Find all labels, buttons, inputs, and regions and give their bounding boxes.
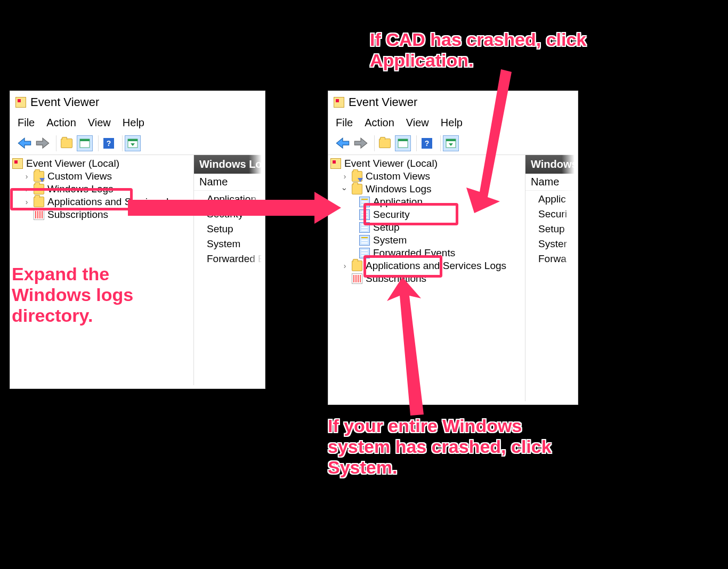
svg-marker-22 <box>387 277 424 416</box>
properties-button[interactable] <box>395 135 411 151</box>
svg-rect-3 <box>80 139 90 141</box>
title-bar: Event Viewer <box>10 91 265 113</box>
svg-rect-7 <box>128 139 137 141</box>
help-button[interactable]: ? <box>419 135 435 151</box>
list-pane: Windows L Name Applic Securi Setup Syste… <box>525 155 578 401</box>
caret-down-icon: › <box>341 185 349 193</box>
folder-filter-icon <box>34 171 44 182</box>
tree-log-application-label: Application <box>373 196 423 208</box>
tree-root[interactable]: Event Viewer (Local) <box>11 157 192 170</box>
folder-icon <box>34 197 44 207</box>
arrow-left-to-right <box>128 186 336 229</box>
svg-marker-10 <box>354 139 367 149</box>
tree-root-label: Event Viewer (Local) <box>26 158 119 169</box>
menu-bar: File Action View Help <box>10 113 265 134</box>
folder-filter-icon <box>352 171 362 182</box>
annotation-expand: Expand the Windows logs directory. <box>12 264 193 326</box>
tree-log-setup[interactable]: Setup <box>329 221 524 234</box>
tree-log-setup-label: Setup <box>373 222 400 233</box>
back-button[interactable] <box>335 135 351 151</box>
event-viewer-icon <box>330 158 341 169</box>
subscriptions-icon <box>34 209 44 220</box>
folder-icon <box>352 261 362 271</box>
svg-text:?: ? <box>425 139 430 148</box>
app-title: Event Viewer <box>30 95 99 109</box>
menu-view[interactable]: View <box>406 117 429 129</box>
help-button[interactable]: ? <box>101 135 117 151</box>
menu-action[interactable]: Action <box>46 117 76 129</box>
forward-button[interactable] <box>353 135 369 151</box>
pane-view-button[interactable] <box>125 135 141 151</box>
list-header: Windows Logs <box>194 155 265 174</box>
tree-windows-logs-label: Windows Logs <box>366 183 432 195</box>
svg-marker-9 <box>336 139 349 149</box>
up-folder-button[interactable] <box>377 135 393 151</box>
toolbar: ? <box>10 134 265 155</box>
annotation-cad: If CAD has crashed, click Application. <box>370 29 594 71</box>
svg-marker-0 <box>18 139 30 149</box>
menu-file[interactable]: File <box>336 117 353 129</box>
svg-marker-1 <box>36 139 48 149</box>
list-item[interactable]: System <box>194 237 265 251</box>
tree-log-forwarded[interactable]: Forwarded Events <box>329 247 524 259</box>
arrow-to-system <box>384 277 448 416</box>
tree-log-system[interactable]: System <box>329 234 524 247</box>
event-viewer-icon <box>15 97 26 108</box>
svg-text:?: ? <box>107 139 111 148</box>
tree-custom-views-label: Custom Views <box>47 170 112 182</box>
subscriptions-icon <box>352 273 362 284</box>
properties-button[interactable] <box>77 135 93 151</box>
log-icon <box>359 209 370 220</box>
tree-subscriptions-label: Subscriptions <box>47 209 108 221</box>
list-item[interactable]: Applic <box>525 192 578 207</box>
list-item[interactable]: Syster <box>525 237 578 251</box>
tree-root-label: Event Viewer (Local) <box>344 158 438 169</box>
svg-rect-12 <box>398 139 408 141</box>
folder-icon <box>34 184 44 194</box>
log-icon <box>359 222 370 233</box>
svg-marker-21 <box>466 69 512 213</box>
list-items: Applic Securi Setup Syster Forwa <box>525 191 578 267</box>
tree-log-system-label: System <box>373 234 407 246</box>
annotation-system: If your entire Windows system has crashe… <box>328 416 578 478</box>
arrow-to-application <box>442 69 522 208</box>
tree-apps-services-label: Applications and Services Logs <box>366 260 506 272</box>
log-icon <box>359 235 370 246</box>
log-icon <box>359 197 370 207</box>
caret-icon: › <box>341 172 349 181</box>
app-title: Event Viewer <box>349 95 417 109</box>
caret-icon: › <box>23 198 30 206</box>
event-viewer-icon <box>12 158 23 169</box>
caret-icon: › <box>23 172 30 181</box>
tree-log-security-label: Security <box>373 209 410 221</box>
column-header-name[interactable]: Name <box>525 174 578 191</box>
menu-action[interactable]: Action <box>365 117 394 129</box>
list-header: Windows L <box>525 155 578 174</box>
menu-view[interactable]: View <box>88 117 111 129</box>
folder-icon <box>352 184 362 194</box>
tree-custom-views-label: Custom Views <box>366 170 430 182</box>
list-item[interactable]: Securi <box>525 207 578 222</box>
tree-apps-services[interactable]: › Applications and Services Logs <box>329 259 524 272</box>
caret-icon: › <box>23 185 30 193</box>
menu-help[interactable]: Help <box>123 117 144 129</box>
up-folder-button[interactable] <box>59 135 75 151</box>
list-item[interactable]: Setup <box>525 222 578 237</box>
event-viewer-icon <box>334 97 344 108</box>
forward-button[interactable] <box>35 135 51 151</box>
event-viewer-window-left: Event Viewer File Action View Help ? <box>10 91 265 389</box>
tree-log-forwarded-label: Forwarded Events <box>373 247 455 259</box>
menu-file[interactable]: File <box>18 117 35 129</box>
list-item[interactable]: Forwarded Events <box>194 251 265 266</box>
tree-windows-logs-label: Windows Logs <box>47 183 114 195</box>
caret-icon: › <box>341 262 349 270</box>
back-button[interactable] <box>17 135 33 151</box>
log-icon <box>359 248 370 258</box>
tree-custom-views[interactable]: › Custom Views <box>11 170 192 183</box>
tree-log-security[interactable]: Security <box>329 208 524 221</box>
list-item[interactable]: Forwa <box>525 251 578 266</box>
